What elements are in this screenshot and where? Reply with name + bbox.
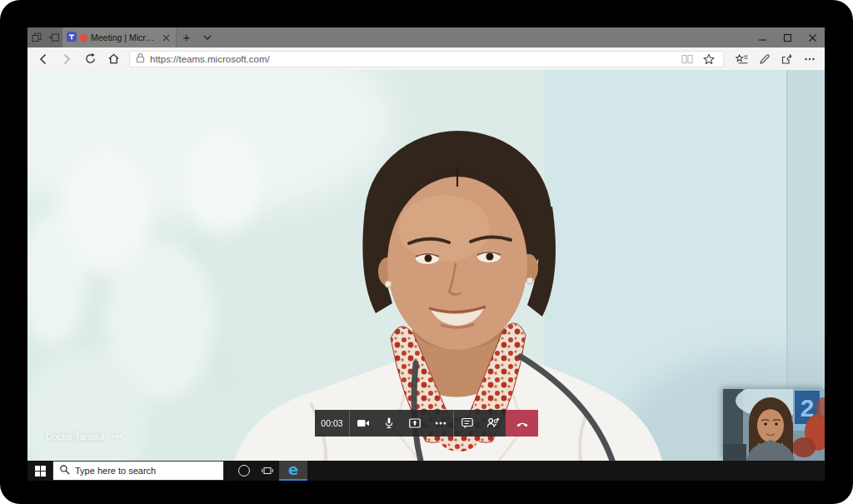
start-button[interactable] [27, 461, 52, 481]
screen: Meeting | Microsoft + [27, 27, 825, 481]
back-button[interactable] [32, 47, 55, 70]
search-input[interactable] [75, 466, 217, 476]
url-text: https://teams.microsoft.com/ [150, 54, 270, 64]
call-timer: 00:03 [315, 410, 349, 437]
reading-view-icon[interactable] [679, 52, 696, 67]
edge-taskbar-button[interactable]: e [279, 461, 307, 481]
close-button[interactable] [800, 27, 825, 47]
new-tab-button[interactable]: + [177, 27, 197, 47]
video-camera-button[interactable] [350, 410, 376, 437]
forward-button[interactable] [55, 47, 78, 70]
web-notes-pen-icon[interactable] [753, 47, 776, 70]
favorite-star-icon[interactable] [701, 52, 717, 67]
teams-favicon-icon [67, 30, 77, 45]
participant-more-icon[interactable]: ••• [112, 432, 123, 441]
set-aside-tabs-icon[interactable] [27, 27, 45, 47]
minimize-button[interactable] [750, 27, 775, 47]
self-view[interactable]: 2 [723, 389, 825, 461]
tab-preview-icon[interactable] [45, 27, 62, 47]
tab-bar-spacer [218, 27, 750, 47]
browser-tab-bar: Meeting | Microsoft + [27, 27, 825, 47]
self-view-video: 2 [723, 389, 825, 461]
refresh-button[interactable] [78, 47, 102, 70]
tab-list-chevron-icon[interactable] [197, 27, 218, 47]
edge-icon: e [288, 462, 298, 477]
browser-tab[interactable]: Meeting | Microsoft [62, 27, 177, 47]
hang-up-button[interactable] [506, 410, 538, 437]
more-options-button[interactable] [427, 410, 453, 437]
address-bar[interactable]: https://teams.microsoft.com/ [129, 51, 724, 67]
search-icon [59, 463, 70, 478]
recording-dot-icon [80, 34, 87, 42]
tab-title: Meeting | Microsoft [91, 32, 157, 42]
task-view-button[interactable] [256, 461, 279, 481]
task-view-icon [262, 466, 273, 476]
remote-video [27, 70, 825, 461]
tab-close-icon[interactable] [160, 27, 172, 47]
cortana-button[interactable] [232, 461, 256, 481]
more-options-icon[interactable] [798, 47, 821, 70]
start-icon [35, 466, 46, 477]
home-button[interactable] [102, 47, 125, 70]
taskbar-search[interactable] [52, 461, 224, 481]
window-controls [750, 27, 825, 47]
taskbar-empty-area [307, 461, 825, 481]
cortana-icon [238, 465, 250, 477]
participant-name: Doctor Tanaka [46, 432, 105, 442]
browser-toolbar: https://teams.microsoft.com/ [27, 47, 825, 70]
tab-actions-group [27, 27, 62, 47]
share-icon[interactable] [776, 47, 798, 70]
microphone-button[interactable] [376, 410, 402, 437]
lock-icon [136, 52, 145, 67]
meeting-stage: Doctor Tanaka ••• 00:03 [27, 70, 825, 461]
participant-label: Doctor Tanaka ••• [46, 432, 123, 442]
hub-favorites-icon[interactable] [731, 47, 753, 70]
chat-button[interactable] [454, 410, 480, 437]
device-frame: Meeting | Microsoft + [0, 0, 853, 504]
windows-taskbar: e [27, 461, 825, 481]
call-controls-bar: 00:03 [315, 410, 538, 437]
screen-share-button[interactable] [402, 410, 427, 437]
maximize-button[interactable] [775, 27, 800, 47]
add-participant-button[interactable] [480, 410, 506, 437]
